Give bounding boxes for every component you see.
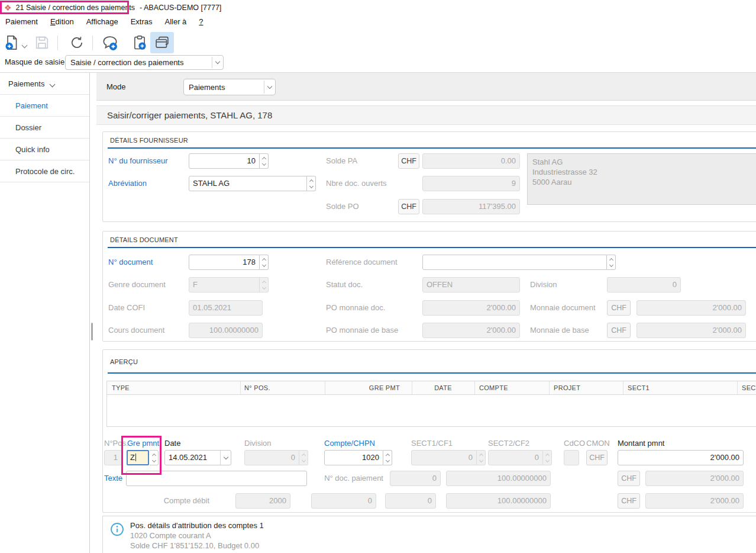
chevron-down-icon[interactable] <box>264 86 275 88</box>
sect2-label: SECT2/CF2 <box>488 439 529 448</box>
sidebar-item-quick-info[interactable]: Quick info <box>0 139 89 160</box>
date-label: Date <box>164 439 180 448</box>
chevron-down-icon[interactable] <box>220 451 231 465</box>
window-title-suffix: - ABACUS-DEMO [7777] <box>140 4 221 12</box>
monnaie-base-currency: CHF <box>607 323 631 338</box>
sidebar: Paiements Paiement Dossier Quick info Pr… <box>0 73 90 553</box>
fournisseur-no-spinner[interactable] <box>260 153 269 169</box>
menu-affichage[interactable]: Affichage <box>86 17 118 26</box>
chevron-down-icon[interactable] <box>212 62 223 63</box>
sidebar-item-paiement[interactable]: Paiement <box>0 95 89 117</box>
windows-icon[interactable] <box>150 32 174 53</box>
compte-chpn-label[interactable]: Compte/CHPN <box>324 439 375 448</box>
apercu-table-header: TYPE N° POS. GRE PMT DATE COMPTE PROJET … <box>106 381 756 395</box>
refresh-icon[interactable] <box>67 33 86 52</box>
mask-row: Masque de saisie Saisie / correction des… <box>0 54 756 72</box>
comment-add-icon[interactable] <box>101 33 119 52</box>
sidebar-splitter-handle[interactable] <box>91 323 93 340</box>
fournisseur-address-box: Stahl AG Industriestrasse 32 5000 Aarau <box>527 153 756 205</box>
menu-extras[interactable]: Extras <box>131 17 153 26</box>
column-header-npos[interactable]: N° POS. <box>244 384 270 391</box>
sect1-spinner <box>477 450 486 465</box>
cmon-label: CMON <box>586 439 610 448</box>
abacus-logo-icon: ❖ <box>4 3 12 12</box>
column-header-grepmt[interactable]: GRE PMT <box>356 384 400 391</box>
section-title: APERÇU <box>110 358 138 365</box>
sect1-label: SECT1/CF1 <box>411 439 453 448</box>
mode-select[interactable]: Paiements <box>183 79 276 95</box>
menu-paiement[interactable]: Paiement <box>5 17 38 26</box>
monnaie-base-label: Monnaie de base <box>530 326 589 335</box>
no-document-label[interactable]: N° document <box>108 258 153 266</box>
monnaie-base-field: 2'000.00 <box>637 323 746 338</box>
po-monnaie-base-label: PO monnaie de base <box>326 326 398 335</box>
gre-pmnt-spinner[interactable] <box>150 450 159 465</box>
npos-label: N°Pos. <box>104 439 128 448</box>
column-header-sect2[interactable]: SECT2 <box>742 384 756 391</box>
column-header-date[interactable]: DATE <box>412 384 474 391</box>
abreviation-spinner[interactable] <box>307 176 316 191</box>
abreviation-field[interactable]: STAHL AG <box>189 176 307 191</box>
division-field: 0 <box>607 277 681 292</box>
sidebar-group-paiements[interactable]: Paiements <box>0 73 89 95</box>
reference-document-field[interactable] <box>422 255 607 270</box>
abreviation-label[interactable]: Abréviation <box>108 179 147 188</box>
save-icon <box>33 33 51 52</box>
compte-chpn-spinner[interactable] <box>383 450 392 465</box>
menu-help[interactable]: ? <box>199 17 203 26</box>
mask-label: Masque de saisie <box>5 57 64 66</box>
new-document-dropdown-icon[interactable] <box>22 40 27 49</box>
row2-currency: CHF <box>618 471 640 486</box>
apercu-table-body[interactable] <box>106 395 756 427</box>
gre-pmnt-label[interactable]: Gre pmnt <box>127 439 159 448</box>
fournisseur-no-label[interactable]: N° du fournisseur <box>108 156 168 165</box>
texte-field[interactable] <box>126 471 307 486</box>
section-underline <box>108 372 756 374</box>
section-underline <box>108 247 756 248</box>
reference-document-spinner[interactable] <box>607 255 616 270</box>
compte-chpn-field[interactable]: 1020 <box>324 450 383 465</box>
chevron-down-icon <box>50 79 54 88</box>
menu-aller-a[interactable]: Aller à <box>164 17 186 26</box>
info-line-3: Solde CHF 1'851'152.10, Budget 0.00 <box>130 541 259 550</box>
division-label: Division <box>530 280 557 289</box>
genre-document-spinner <box>260 277 269 292</box>
column-header-sect1[interactable]: SECT1 <box>628 384 650 391</box>
toolbar-separator <box>92 36 93 50</box>
address-line: 5000 Aarau <box>532 177 755 187</box>
cours-document-label: Cours document <box>108 326 164 335</box>
column-header-projet[interactable]: PROJET <box>554 384 580 391</box>
section-apercu: APERÇU TYPE N° POS. GRE PMT DATE COMPTE … <box>102 349 756 513</box>
window-title: 21 Saisie / correction des paiements <box>16 4 135 12</box>
mask-combobox-value: Saisie / correction des paiements <box>66 58 212 67</box>
po-monnaie-base-field: 2'000.00 <box>422 323 520 338</box>
sect1-field: 0 <box>411 450 477 465</box>
sidebar-item-protocole[interactable]: Protocole de circ. <box>0 160 89 182</box>
info-icon <box>110 522 124 538</box>
division-label: Division <box>244 439 272 448</box>
sidebar-item-dossier[interactable]: Dossier <box>0 117 89 139</box>
texte-label[interactable]: Texte <box>104 474 122 483</box>
montant-pmnt-label: Montant pmnt <box>618 439 665 448</box>
row3-amount-field: 2'000.00 <box>645 493 744 509</box>
column-header-compte[interactable]: COMPTE <box>479 384 508 391</box>
mask-combobox[interactable]: Saisie / correction des paiements <box>65 55 224 70</box>
monnaie-document-label: Monnaie document <box>530 303 596 312</box>
new-document-icon[interactable] <box>2 33 21 52</box>
sect2-spinner <box>543 450 552 465</box>
row3-cours-field: 100.00000000 <box>446 493 551 509</box>
column-header-type[interactable]: TYPE <box>112 384 130 391</box>
solde-pa-field: 0.00 <box>422 153 520 169</box>
fournisseur-no-field[interactable]: 10 <box>189 153 260 169</box>
ndoc-paiement-field: 0 <box>390 471 441 486</box>
menu-edition[interactable]: Edition <box>50 17 74 26</box>
clipboard-add-icon[interactable] <box>130 33 149 52</box>
gre-pmnt-field[interactable]: Z <box>127 450 149 465</box>
no-document-spinner[interactable] <box>260 255 269 270</box>
montant-pmnt-field[interactable]: 2'000.00 <box>618 450 744 465</box>
genre-document-label: Genre document <box>108 280 166 289</box>
no-document-field[interactable]: 178 <box>189 255 260 270</box>
cdco-label: CdCO <box>564 439 585 448</box>
row2-cours-field: 100.00000000 <box>446 471 551 486</box>
date-field[interactable]: 14.05.2021 <box>164 450 231 465</box>
